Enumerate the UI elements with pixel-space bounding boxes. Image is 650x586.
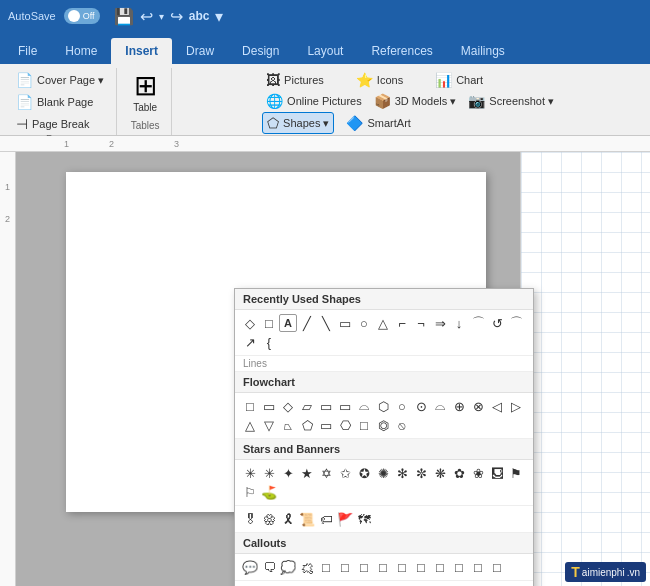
- star-16pt[interactable]: ✼: [412, 464, 430, 482]
- star-g6[interactable]: 🚩: [336, 510, 354, 528]
- shape-arrow-right[interactable]: ⇒: [431, 314, 449, 332]
- star-12pt[interactable]: ✻: [393, 464, 411, 482]
- star-6pt[interactable]: ✡: [317, 464, 335, 482]
- callout-round[interactable]: 🗨: [260, 558, 278, 576]
- fc-drum[interactable]: ⌓: [355, 397, 373, 415]
- star-5pt[interactable]: ★: [298, 464, 316, 482]
- table-btn[interactable]: ⊞ Table: [127, 70, 163, 115]
- star-7pt[interactable]: ✩: [336, 464, 354, 482]
- shape-line1[interactable]: ╱: [298, 314, 316, 332]
- fc-doc[interactable]: ⌓: [431, 397, 449, 415]
- banner-h[interactable]: ⛾: [488, 464, 506, 482]
- callout-up[interactable]: □: [374, 558, 392, 576]
- fc-hex[interactable]: ⬡: [374, 397, 392, 415]
- shape-diamond[interactable]: ◇: [241, 314, 259, 332]
- banner-wave[interactable]: ⚑: [507, 464, 525, 482]
- tab-layout[interactable]: Layout: [293, 38, 357, 64]
- tab-home[interactable]: Home: [51, 38, 111, 64]
- undo-icon[interactable]: ↩: [140, 7, 153, 26]
- star-g4[interactable]: 📜: [298, 510, 316, 528]
- callout-right[interactable]: □: [431, 558, 449, 576]
- star-g2[interactable]: 🏵: [260, 510, 278, 528]
- pictures-btn[interactable]: 🖼 Pictures: [262, 70, 328, 90]
- shape-bracket2[interactable]: ¬: [412, 314, 430, 332]
- tab-mailings[interactable]: Mailings: [447, 38, 519, 64]
- fc-rect5[interactable]: □: [355, 416, 373, 434]
- fc-tri-dn[interactable]: ▽: [260, 416, 278, 434]
- callout-double[interactable]: □: [355, 558, 373, 576]
- callout-arrow[interactable]: □: [488, 558, 506, 576]
- more-icon[interactable]: ▾: [215, 7, 223, 26]
- fc-trap[interactable]: ⏢: [279, 416, 297, 434]
- star-24pt[interactable]: ❋: [431, 464, 449, 482]
- callout-angle[interactable]: 🗯: [298, 558, 316, 576]
- shape-brace[interactable]: {: [260, 333, 278, 351]
- star-10pt[interactable]: ✺: [374, 464, 392, 482]
- callout-rect[interactable]: 💬: [241, 558, 259, 576]
- star-32pt[interactable]: ✿: [450, 464, 468, 482]
- shape-curve[interactable]: ↺: [488, 314, 506, 332]
- shape-arrow-down[interactable]: ↓: [450, 314, 468, 332]
- icons-btn[interactable]: ⭐ Icons: [352, 70, 407, 90]
- chart-btn[interactable]: 📊 Chart: [431, 70, 487, 90]
- star-g5[interactable]: 🏷: [317, 510, 335, 528]
- star-g1[interactable]: 🎖: [241, 510, 259, 528]
- online-pictures-btn[interactable]: 🌐 Online Pictures: [262, 91, 366, 111]
- star-g7[interactable]: 🗺: [355, 510, 373, 528]
- star-g3[interactable]: 🎗: [279, 510, 297, 528]
- banner-scroll[interactable]: ⚐: [241, 483, 259, 501]
- shape-line2[interactable]: ╲: [317, 314, 335, 332]
- fc-rounded[interactable]: ▭: [336, 397, 354, 415]
- 3d-models-btn[interactable]: 📦 3D Models ▾: [370, 91, 461, 111]
- fc-rect3[interactable]: ▭: [317, 397, 335, 415]
- fc-cross[interactable]: ⊗: [469, 397, 487, 415]
- smartart-btn[interactable]: 🔷 SmartArt: [342, 113, 414, 133]
- shape-circle[interactable]: ○: [355, 314, 373, 332]
- cover-page-btn[interactable]: 📄 Cover Page ▾: [12, 70, 108, 90]
- shape-rect2[interactable]: ▭: [336, 314, 354, 332]
- fc-merge[interactable]: ⏣: [374, 416, 392, 434]
- callout-bend2[interactable]: □: [469, 558, 487, 576]
- callout-cloud[interactable]: 💭: [279, 558, 297, 576]
- callout-bend[interactable]: □: [336, 558, 354, 576]
- fc-rect2[interactable]: ▭: [260, 397, 278, 415]
- fc-oval[interactable]: ○: [393, 397, 411, 415]
- tab-references[interactable]: References: [357, 38, 446, 64]
- shape-bracket1[interactable]: ⌐: [393, 314, 411, 332]
- tab-draw[interactable]: Draw: [172, 38, 228, 64]
- fc-rect[interactable]: □: [241, 397, 259, 415]
- callout-left[interactable]: □: [412, 558, 430, 576]
- star-burst1[interactable]: ✳: [241, 464, 259, 482]
- tab-insert[interactable]: Insert: [111, 38, 172, 64]
- shape-triangle[interactable]: △: [374, 314, 392, 332]
- callout-down[interactable]: □: [393, 558, 411, 576]
- callout-line2[interactable]: □: [450, 558, 468, 576]
- tab-design[interactable]: Design: [228, 38, 293, 64]
- star-burst2[interactable]: ✳: [260, 464, 278, 482]
- shape-text[interactable]: A: [279, 314, 297, 332]
- fc-circle[interactable]: ⊙: [412, 397, 430, 415]
- shapes-btn[interactable]: ⬠ Shapes ▾: [262, 112, 334, 134]
- fc-pentagon[interactable]: ⬠: [298, 416, 316, 434]
- spell-icon[interactable]: abc: [189, 9, 210, 23]
- banner-ribbon[interactable]: ⛳: [260, 483, 278, 501]
- star-4pt[interactable]: ✦: [279, 464, 297, 482]
- fc-store[interactable]: ⍉: [393, 416, 411, 434]
- blank-page-btn[interactable]: 📄 Blank Page: [12, 92, 108, 112]
- shape-corner[interactable]: ↗: [241, 333, 259, 351]
- save-icon[interactable]: 💾: [114, 7, 134, 26]
- fc-lt[interactable]: ◁: [488, 397, 506, 415]
- shape-arc[interactable]: ⌒: [469, 314, 487, 332]
- star-8pt[interactable]: ✪: [355, 464, 373, 482]
- fc-para[interactable]: ▱: [298, 397, 316, 415]
- fc-ellipse[interactable]: ⎔: [336, 416, 354, 434]
- shape-arc2[interactable]: ⌒: [507, 314, 525, 332]
- undo-dropdown-icon[interactable]: ▾: [159, 11, 164, 22]
- shape-rect[interactable]: □: [260, 314, 278, 332]
- star-badge[interactable]: ❀: [469, 464, 487, 482]
- callout-line[interactable]: □: [317, 558, 335, 576]
- fc-rect4[interactable]: ▭: [317, 416, 335, 434]
- redo-icon[interactable]: ↪: [170, 7, 183, 26]
- fc-rt[interactable]: ▷: [507, 397, 525, 415]
- screenshot-btn[interactable]: 📷 Screenshot ▾: [464, 91, 558, 111]
